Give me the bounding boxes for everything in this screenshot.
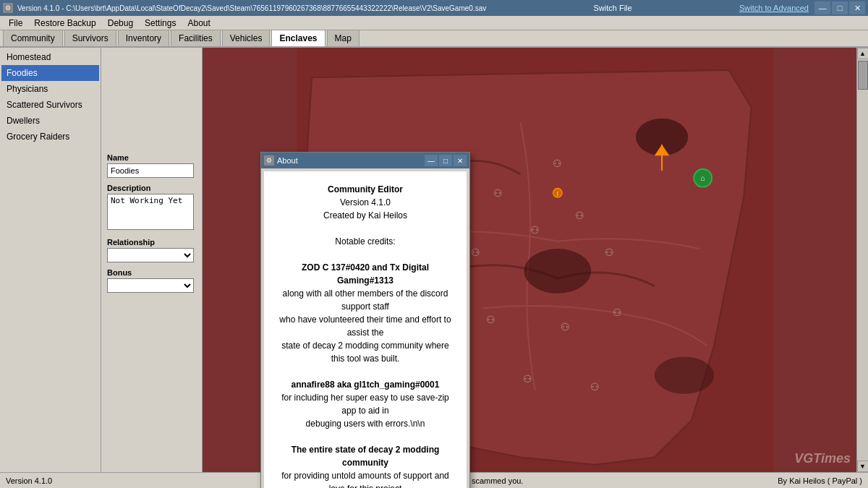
tab-bar: Community Survivors Inventory Facilities…: [0, 30, 868, 48]
scroll-up-button[interactable]: ▲: [857, 48, 869, 59]
svg-text:⌂: ⌂: [701, 174, 705, 182]
about-dialog: ⚙ About — □ ✕ Community Editor Version 4…: [260, 152, 470, 488]
relationship-label: Relationship: [107, 238, 196, 247]
menu-restore-backup[interactable]: Restore Backup: [28, 17, 101, 30]
status-author: By Kai Heilos ( PayPal ): [778, 476, 862, 485]
about-controls: — □ ✕: [425, 155, 467, 166]
tab-vehicles[interactable]: Vehicles: [222, 30, 271, 46]
about-title-text: About: [277, 156, 298, 165]
description-textarea[interactable]: Not Working Yet: [107, 194, 194, 230]
menu-about[interactable]: About: [182, 17, 216, 30]
credit2-bold: annafire88 aka gl1tch_gaming#0001: [292, 380, 440, 390]
tab-survivors[interactable]: Survivors: [64, 30, 116, 46]
svg-text:⚇: ⚇: [613, 307, 622, 318]
tab-map[interactable]: Map: [327, 30, 359, 46]
svg-point-3: [524, 249, 592, 294]
credit1: ZOD C 137#0420 and Tx Digital Gaming#131…: [278, 261, 452, 365]
sidebar-item-grocery[interactable]: Grocery Raiders: [1, 129, 99, 145]
credit1-bold: ZOD C 137#0420 and Tx Digital Gaming#131…: [302, 262, 429, 286]
title-bar: ⚙ Version 4.1.0 - C:\Users\brt\AppData\L…: [0, 0, 868, 16]
about-title-left: ⚙ About: [264, 155, 298, 166]
scroll-thumb[interactable]: [858, 61, 868, 90]
about-close-button[interactable]: ✕: [454, 155, 467, 166]
svg-text:⚇: ⚇: [523, 373, 532, 385]
about-app-title-text: Community Editor: [328, 184, 403, 194]
sidebar-item-foodies[interactable]: Foodies: [1, 65, 99, 81]
svg-text:!: !: [557, 191, 558, 197]
tab-community[interactable]: Community: [3, 30, 63, 46]
about-creator: Created by Kai Heilos: [323, 210, 407, 221]
svg-text:⚇: ⚇: [605, 247, 614, 258]
notable-credits-heading: Notable credits:: [278, 235, 452, 248]
svg-point-19: [553, 189, 562, 197]
svg-text:⚇: ⚇: [575, 210, 584, 221]
svg-text:⚇: ⚇: [553, 158, 562, 169]
about-icon: ⚙: [264, 155, 274, 166]
sidebar-item-scattered[interactable]: Scattered Survivors: [1, 97, 99, 113]
title-bar-text: Version 4.1.0 - C:\Users\brt\AppData\Loc…: [17, 4, 486, 12]
title-bar-controls: — □ ✕: [814, 1, 865, 14]
credit3-text: for providing untold amounts of support …: [279, 471, 451, 488]
svg-text:⚇: ⚇: [590, 381, 600, 393]
sidebar-item-physicians[interactable]: Physicians: [1, 81, 99, 97]
name-input[interactable]: [107, 163, 194, 178]
about-app-title: Community Editor Version 4.1.0 Created b…: [278, 183, 452, 222]
svg-text:⚇: ⚇: [471, 247, 480, 258]
title-bar-left: ⚙ Version 4.1.0 - C:\Users\brt\AppData\L…: [3, 3, 486, 13]
sidebar-item-dwellers[interactable]: Dwellers: [1, 113, 99, 129]
bonus-label: Bonus: [107, 268, 196, 277]
content-left: Name Description Not Working Yet Relatio…: [101, 48, 203, 472]
description-label: Description: [107, 184, 196, 192]
title-bar-right: Switch to Advanced — □ ✕: [739, 1, 865, 14]
bonus-select[interactable]: [107, 278, 194, 293]
svg-text:⚇: ⚇: [486, 314, 495, 325]
menu-debug[interactable]: Debug: [102, 17, 139, 30]
maximize-button[interactable]: □: [832, 1, 848, 14]
about-title-bar: ⚙ About — □ ✕: [261, 153, 469, 168]
svg-text:⚇: ⚇: [531, 224, 540, 236]
name-label: Name: [107, 153, 196, 162]
sidebar-item-homestead[interactable]: Homestead: [1, 49, 99, 65]
svg-text:⚇: ⚇: [493, 187, 503, 199]
status-version: Version 4.1.0: [6, 476, 52, 485]
sidebar: Homestead Foodies Physicians Scattered S…: [0, 48, 101, 472]
svg-point-2: [636, 119, 688, 155]
svg-point-4: [655, 356, 714, 393]
credit3-bold: The entire state of decay 2 modding comm…: [292, 445, 440, 468]
title-bar-switch-file: Switch File: [486, 4, 739, 12]
about-minimize-button[interactable]: —: [425, 155, 438, 166]
map-scrollbar: ▲ ▼: [856, 48, 868, 472]
svg-point-23: [694, 169, 712, 187]
app-icon: ⚙: [3, 3, 13, 13]
about-version: Version 4.1.0: [340, 197, 391, 207]
about-maximize-button[interactable]: □: [439, 155, 452, 166]
scroll-down-button[interactable]: ▼: [857, 461, 869, 472]
menu-file[interactable]: File: [3, 17, 28, 30]
about-content: Community Editor Version 4.1.0 Created b…: [264, 171, 467, 488]
close-button[interactable]: ✕: [849, 1, 865, 14]
tab-inventory[interactable]: Inventory: [118, 30, 169, 46]
relationship-select[interactable]: [107, 248, 194, 262]
tab-enclaves[interactable]: Enclaves: [271, 30, 325, 46]
vgtimes-watermark: VGTimes: [794, 451, 851, 466]
minimize-button[interactable]: —: [814, 1, 830, 14]
svg-marker-21: [655, 145, 670, 155]
switch-advanced-link[interactable]: Switch to Advanced: [739, 4, 809, 12]
tab-facilities[interactable]: Facilities: [171, 30, 221, 46]
credit2-text: for including her super easy to use save…: [281, 393, 448, 429]
svg-text:⚇: ⚇: [561, 321, 570, 333]
menu-settings[interactable]: Settings: [139, 17, 182, 30]
credit3: The entire state of decay 2 modding comm…: [278, 443, 452, 488]
menu-bar: File Restore Backup Debug Settings About: [0, 16, 868, 30]
credit1-text: along with all other members of the disc…: [279, 288, 451, 364]
credit2: annafire88 aka gl1tch_gaming#0001 for in…: [278, 378, 452, 430]
